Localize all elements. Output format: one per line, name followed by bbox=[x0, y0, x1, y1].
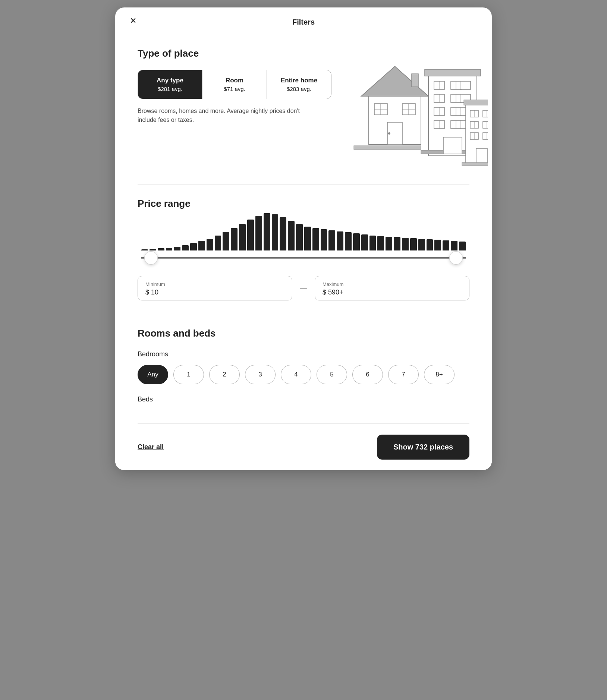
type-of-place-section: Type of place Any type $281 avg. Room $7… bbox=[138, 34, 469, 185]
histogram-bar bbox=[418, 239, 425, 250]
bedroom-btn-8plus[interactable]: 8+ bbox=[424, 365, 455, 384]
type-btn-any[interactable]: Any type $281 avg. bbox=[138, 70, 202, 99]
max-price-label: Maximum bbox=[323, 281, 462, 287]
svg-point-3 bbox=[388, 132, 390, 135]
histogram-bar bbox=[190, 243, 197, 250]
histogram-bar bbox=[255, 216, 262, 250]
beds-label: Beds bbox=[138, 395, 469, 403]
svg-rect-12 bbox=[425, 69, 481, 76]
histogram-bar bbox=[223, 232, 229, 250]
histogram-bar bbox=[377, 236, 384, 250]
histogram-bar bbox=[402, 238, 409, 250]
histogram-bar bbox=[239, 224, 246, 250]
histogram-bar bbox=[459, 242, 466, 250]
bedroom-btn-5[interactable]: 5 bbox=[317, 365, 347, 384]
close-button[interactable]: ✕ bbox=[126, 14, 140, 28]
histogram-bar bbox=[296, 224, 303, 250]
type-section-title: Type of place bbox=[138, 48, 331, 59]
bedroom-btn-3[interactable]: 3 bbox=[245, 365, 276, 384]
histogram-bar bbox=[321, 229, 327, 250]
svg-rect-47 bbox=[483, 133, 488, 139]
type-btn-room-name: Room bbox=[206, 77, 263, 84]
bedrooms-label: Bedrooms bbox=[138, 350, 469, 358]
modal-header: ✕ Filters bbox=[115, 7, 492, 34]
type-buttons-group: Any type $281 avg. Room $71 avg. Entire … bbox=[138, 70, 331, 99]
type-section-inner: Type of place Any type $281 avg. Room $7… bbox=[138, 48, 469, 171]
histogram-bar bbox=[272, 214, 279, 250]
histogram-bar bbox=[174, 247, 180, 250]
histogram-bar bbox=[328, 230, 335, 250]
type-btn-entire-avg: $283 avg. bbox=[287, 86, 311, 92]
type-btn-entire[interactable]: Entire home $283 avg. bbox=[267, 70, 331, 99]
max-price-value: $ 590+ bbox=[323, 288, 343, 296]
min-price-label: Minimum bbox=[145, 281, 284, 287]
bedroom-btn-2[interactable]: 2 bbox=[209, 365, 240, 384]
histogram-bar bbox=[345, 232, 352, 250]
slider-track bbox=[141, 258, 466, 259]
histogram-bar bbox=[443, 240, 449, 250]
modal-footer: Clear all Show 732 places bbox=[115, 424, 492, 470]
histogram-bar bbox=[247, 220, 254, 250]
type-btn-any-avg: $281 avg. bbox=[158, 86, 182, 92]
svg-rect-39 bbox=[483, 110, 488, 117]
histogram-bar bbox=[288, 221, 295, 250]
clear-all-button[interactable]: Clear all bbox=[138, 439, 164, 455]
max-price-input[interactable]: Maximum $ 590+ bbox=[315, 276, 469, 300]
min-price-input[interactable]: Minimum $ 10 bbox=[138, 276, 292, 300]
svg-rect-18 bbox=[460, 81, 471, 89]
histogram-bar bbox=[207, 239, 213, 250]
histogram-bar bbox=[386, 237, 392, 250]
histogram-bar bbox=[410, 238, 417, 250]
histogram-bar bbox=[434, 240, 441, 250]
type-btn-room[interactable]: Room $71 avg. bbox=[202, 70, 267, 99]
histogram-bar bbox=[369, 236, 376, 250]
bedroom-btn-1[interactable]: 1 bbox=[173, 365, 204, 384]
modal-overlay: ✕ Filters Type of place Any type $281 av… bbox=[0, 0, 607, 700]
modal-body: Type of place Any type $281 avg. Room $7… bbox=[115, 34, 492, 424]
min-price-value: $ 10 bbox=[145, 288, 158, 296]
svg-rect-49 bbox=[476, 148, 487, 163]
price-range-section: Price range Minimum $ 10 — bbox=[138, 185, 469, 314]
type-btn-any-name: Any type bbox=[142, 77, 198, 84]
show-places-button[interactable]: Show 732 places bbox=[377, 435, 469, 460]
histogram-bar bbox=[198, 241, 205, 250]
histogram-bar bbox=[312, 228, 319, 250]
histogram-bar bbox=[182, 245, 189, 250]
rooms-section-title: Rooms and beds bbox=[138, 328, 469, 339]
buildings-svg bbox=[331, 37, 488, 171]
svg-rect-34 bbox=[443, 137, 462, 154]
rooms-and-beds-section: Rooms and beds Bedrooms Any12345678+ Bed… bbox=[138, 314, 469, 424]
svg-rect-51 bbox=[354, 146, 421, 149]
svg-rect-43 bbox=[483, 122, 488, 128]
histogram-bar bbox=[280, 217, 286, 250]
type-illustration bbox=[331, 37, 488, 171]
svg-rect-50 bbox=[462, 163, 488, 165]
slider-handle-max[interactable] bbox=[449, 251, 463, 265]
histogram-bar bbox=[264, 213, 270, 250]
price-range-title: Price range bbox=[138, 198, 469, 209]
type-btn-room-avg: $71 avg. bbox=[224, 86, 245, 92]
price-inputs: Minimum $ 10 — Maximum $ 590+ bbox=[138, 276, 469, 300]
histogram-bar bbox=[451, 241, 457, 250]
histogram-bar bbox=[394, 237, 400, 250]
type-btn-entire-name: Entire home bbox=[271, 77, 327, 84]
price-histogram bbox=[138, 213, 469, 250]
close-icon: ✕ bbox=[130, 16, 136, 26]
price-dash: — bbox=[300, 284, 307, 293]
bedroom-btn-7[interactable]: 7 bbox=[388, 365, 419, 384]
price-slider[interactable] bbox=[141, 250, 466, 265]
bedroom-btn-any[interactable]: Any bbox=[138, 365, 168, 384]
histogram-bar bbox=[215, 236, 221, 250]
bedroom-buttons: Any12345678+ bbox=[138, 365, 469, 384]
histogram-bar bbox=[353, 233, 360, 250]
slider-handle-min[interactable] bbox=[144, 251, 158, 265]
bedroom-btn-4[interactable]: 4 bbox=[281, 365, 311, 384]
histogram-bar bbox=[304, 227, 311, 250]
bedroom-btn-6[interactable]: 6 bbox=[352, 365, 383, 384]
type-description: Browse rooms, homes and more. Average ni… bbox=[138, 107, 309, 124]
histogram-bar bbox=[427, 239, 433, 250]
histogram-bar bbox=[166, 248, 173, 250]
type-left: Type of place Any type $281 avg. Room $7… bbox=[138, 48, 331, 124]
svg-rect-10 bbox=[412, 74, 418, 87]
histogram-bar bbox=[361, 234, 368, 250]
